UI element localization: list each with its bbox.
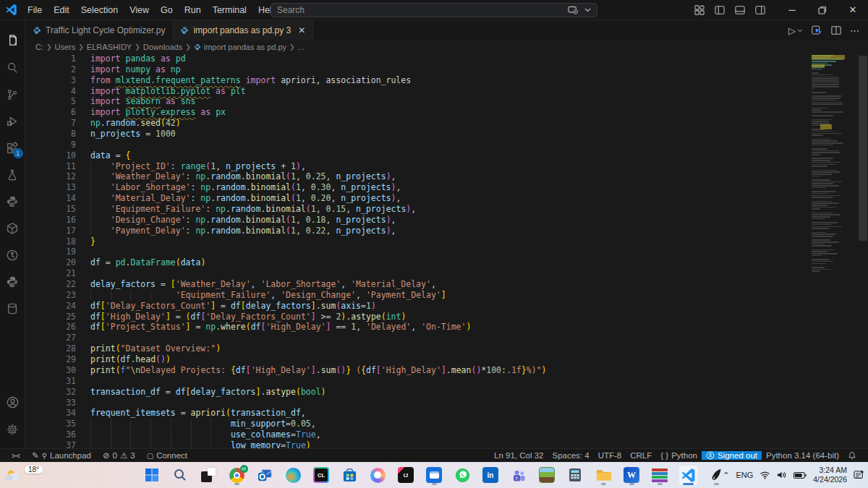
code-line[interactable]: 32transaction_df = df[delay_factors].ast… (25, 387, 825, 398)
code-editor[interactable]: 1import pandas as pd2import numpy as np3… (25, 53, 868, 448)
code-line[interactable]: 23 'Equipment_Failure', 'Design_Change',… (25, 290, 825, 301)
code-line[interactable]: 3from mlxtend.frequent_patterns import a… (25, 75, 825, 86)
settings-gear-icon[interactable] (0, 416, 25, 442)
code-line[interactable]: 5import seaborn as sns (25, 96, 825, 107)
code-line[interactable]: 6import plotly.express as px (25, 107, 825, 118)
restore-button[interactable] (807, 0, 838, 20)
menu-run[interactable]: Run (179, 0, 207, 20)
close-button[interactable]: ✕ (838, 0, 868, 20)
menu-selection[interactable]: Selection (75, 0, 124, 20)
signed-out-item[interactable]: Signed out (702, 451, 762, 460)
code-line[interactable]: 36 use_colnames=True, (25, 429, 825, 440)
code-line[interactable]: 2import numpy as np (25, 64, 825, 75)
files-icon[interactable] (0, 27, 25, 54)
breadcrumb[interactable]: C:❯Users❯ELRASHIDY❯Downloads❯import pand… (25, 40, 868, 53)
python-icon[interactable] (0, 188, 25, 215)
word-icon[interactable]: W (623, 466, 641, 485)
menu-edit[interactable]: Edit (48, 0, 75, 20)
code-line[interactable]: 11 'Project_ID': range(1, n_projects + 1… (25, 161, 825, 172)
tab-import-pandas[interactable]: import pandas as pd.py 3 ✕ (173, 20, 313, 40)
timeline-icon[interactable] (0, 241, 25, 268)
test-flask-icon[interactable] (0, 161, 25, 188)
breadcrumb-item[interactable]: Downloads (143, 43, 182, 51)
notifications-bell-icon[interactable] (843, 451, 861, 460)
code-line[interactable]: 37 low_memory=True) (25, 440, 825, 448)
clion-icon[interactable]: CL (312, 466, 331, 485)
code-line[interactable]: 12 'Weather_Delay': np.random.binomial(1… (25, 171, 825, 182)
code-line[interactable]: 21 (25, 268, 825, 279)
code-line[interactable]: 28print("Dataset Overview:") (25, 343, 825, 354)
code-line[interactable]: 15 'Equipment_Failure': np.random.binomi… (25, 204, 825, 215)
tab-close-icon[interactable]: ✕ (298, 25, 305, 35)
run-python-file-icon[interactable]: P (812, 25, 822, 35)
code-line[interactable]: 4import matplotlib.pyplot as plt (25, 86, 825, 97)
code-line[interactable]: 22delay_factors = ['Weather_Delay', 'Lab… (25, 279, 825, 290)
code-line[interactable]: 8n_projects = 1000 (25, 129, 825, 140)
code-line[interactable]: 16 'Design_Change': np.random.binomial(1… (25, 215, 825, 226)
ms-store-icon[interactable] (341, 466, 359, 485)
extensions-icon[interactable]: 1 (0, 134, 25, 161)
edge-icon[interactable] (284, 466, 302, 485)
linkedin-icon[interactable]: in (482, 466, 500, 485)
copilot-chat-icon[interactable] (568, 6, 579, 14)
breadcrumb-item[interactable]: import pandas as pd.py (204, 43, 286, 51)
launchpad-item[interactable]: ✎⚲ Launchpad (27, 449, 95, 462)
search-icon[interactable] (0, 54, 25, 81)
code-line[interactable]: 26df['Project_Status'] = np.where(df['Hi… (25, 322, 825, 333)
run-button[interactable]: ▷ (788, 25, 803, 36)
intellij-icon[interactable]: IJ (397, 466, 415, 485)
menu-file[interactable]: File (22, 0, 48, 20)
code-line[interactable]: 19 (25, 247, 825, 257)
winrar-icon[interactable] (651, 466, 669, 485)
snip-app-icon[interactable] (200, 466, 218, 485)
battery-icon[interactable] (793, 471, 807, 479)
wifi-icon[interactable] (760, 471, 770, 479)
code-line[interactable]: 9 (25, 140, 825, 150)
remote-indicator-icon[interactable]: >< (7, 449, 25, 462)
toggle-secondary-sidebar-icon[interactable] (755, 5, 765, 15)
breadcrumb-item[interactable]: C: (35, 43, 43, 51)
code-line[interactable]: 24df['Delay_Factors_Count'] = df[delay_f… (25, 301, 825, 312)
menu-view[interactable]: View (124, 0, 155, 20)
code-line[interactable]: 18} (25, 236, 825, 247)
code-line[interactable]: 1import pandas as pd (25, 53, 825, 64)
chrome-icon[interactable]: H (228, 466, 246, 485)
code-line[interactable]: 31 (25, 376, 825, 387)
code-line[interactable]: 10data = { (25, 150, 825, 161)
whatsapp-icon[interactable] (454, 466, 472, 485)
weather-widget[interactable]: 18° (4, 467, 43, 483)
teams-icon[interactable]: T (510, 466, 528, 485)
code-line[interactable]: 14 'Material_Delay': np.random.binomial(… (25, 193, 825, 204)
code-line[interactable]: 25df['High_Delay'] = (df['Delay_Factors_… (25, 312, 825, 322)
chevron-down-icon[interactable] (584, 8, 591, 12)
python-env-icon[interactable] (0, 268, 25, 295)
toggle-panel-icon[interactable] (735, 5, 745, 15)
code-line[interactable]: 30print(f"\nDelayed Projects: {df['High_… (25, 365, 825, 376)
customize-layout-icon[interactable] (694, 5, 705, 15)
code-line[interactable]: 34frequent_itemsets = apriori(transactio… (25, 408, 825, 419)
more-actions-icon[interactable]: ⋯ (850, 25, 859, 36)
start-icon[interactable] (143, 466, 161, 485)
breadcrumb-item[interactable]: Users (55, 43, 76, 51)
breadcrumb-item[interactable]: ELRASHIDY (87, 43, 132, 51)
problems-item[interactable]: ⊘0 ⚠3 (98, 449, 140, 462)
code-line[interactable]: 17 'Payment_Delay': np.random.binomial(1… (25, 226, 825, 236)
source-control-icon[interactable] (0, 81, 25, 108)
code-line[interactable]: 35 min_support=0.05, (25, 419, 825, 429)
code-line[interactable]: 29print(df.head()) (25, 354, 825, 365)
outlook-icon[interactable] (256, 466, 274, 485)
eol-sequence[interactable]: CRLF (626, 451, 656, 460)
code-line[interactable]: 33 (25, 398, 825, 408)
breadcrumb-item[interactable]: ... (298, 43, 305, 51)
editor-scrollbar[interactable] (859, 56, 867, 241)
notification-center-icon[interactable] (854, 470, 864, 480)
database-icon[interactable] (0, 295, 25, 322)
game-icon[interactable] (538, 466, 556, 485)
copilot-icon[interactable] (369, 466, 387, 485)
minimize-button[interactable]: ─ (777, 0, 807, 20)
cursor-position[interactable]: Ln 91, Col 32 (490, 451, 548, 460)
volume-icon[interactable] (777, 471, 787, 479)
connect-item[interactable]: ▢ Connect (142, 449, 192, 462)
package-icon[interactable] (0, 215, 25, 241)
vscode-icon[interactable] (679, 466, 697, 485)
